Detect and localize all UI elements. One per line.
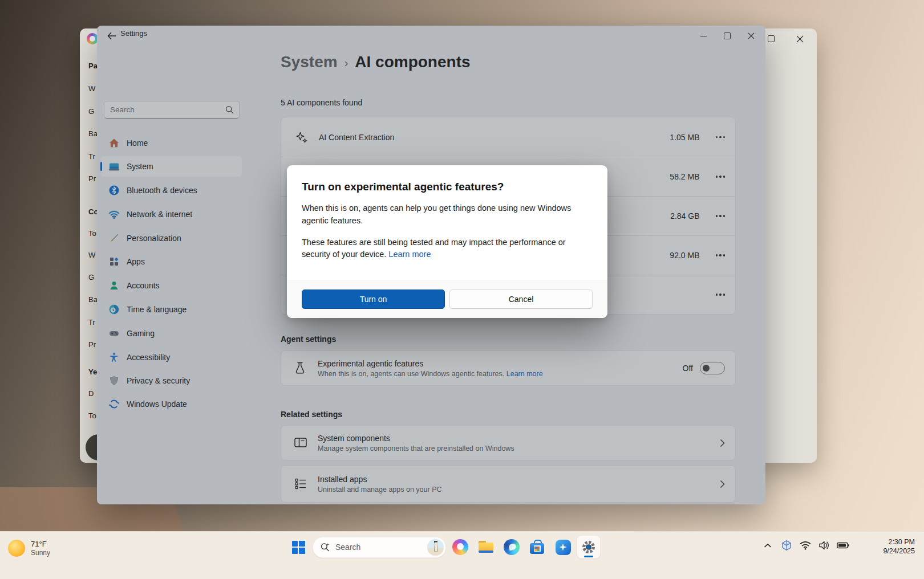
- search-daily-image: [427, 539, 444, 556]
- tray-battery-icon[interactable]: [836, 539, 850, 552]
- copilot-icon: [452, 539, 468, 555]
- taskbar-clock[interactable]: 2:30 PM 9/24/2025: [883, 537, 915, 556]
- desktop: Pa W G Ba Tr Pr Co To W G Ba Tr Pr Ye D …: [0, 0, 924, 579]
- file-explorer-icon: [478, 540, 494, 554]
- weather-temp: 71°F: [31, 540, 50, 548]
- learn-more-link[interactable]: Learn more: [388, 250, 431, 259]
- dialog-body-text: When this is on, agents can help you get…: [302, 202, 581, 227]
- dialog-footer: Turn on Cancel: [287, 280, 607, 318]
- clock-time: 2:30 PM: [883, 537, 915, 547]
- taskbar-item-settings[interactable]: [577, 536, 600, 558]
- taskbar-center: Search: [287, 536, 600, 558]
- sun-icon: [8, 540, 25, 557]
- start-button[interactable]: [287, 536, 310, 558]
- taskbar: 71°F Sunny Search: [0, 531, 924, 579]
- weather-condition: Sunny: [31, 549, 50, 557]
- taskbar-search-placeholder: Search: [335, 543, 427, 552]
- dialog-body-text: These features are still being tested an…: [302, 238, 566, 259]
- tray-volume-icon[interactable]: [817, 539, 831, 552]
- cancel-button[interactable]: Cancel: [449, 290, 593, 309]
- settings-gear-icon: [581, 539, 597, 555]
- tray-chevron-up-icon[interactable]: [761, 539, 775, 552]
- edge-icon: [504, 539, 520, 555]
- taskbar-item-file-explorer[interactable]: [475, 536, 497, 558]
- agentic-features-dialog: Turn on experimental agentic features? W…: [287, 165, 607, 318]
- taskbar-item-edge[interactable]: [500, 536, 523, 558]
- clock-date: 9/24/2025: [883, 547, 915, 556]
- weather-widget[interactable]: 71°F Sunny: [8, 540, 50, 557]
- turn-on-button[interactable]: Turn on: [302, 290, 445, 309]
- taskbar-item-m365-copilot[interactable]: [552, 536, 574, 558]
- settings-window: Settings Home System Bl: [97, 26, 765, 504]
- search-sparkle-icon: [320, 542, 330, 552]
- taskbar-item-copilot[interactable]: [449, 536, 472, 558]
- m365-copilot-icon: [556, 540, 571, 555]
- tray-3d-cube-icon[interactable]: [780, 539, 793, 552]
- windows-logo-icon: [292, 541, 305, 554]
- dialog-title: Turn on experimental agentic features?: [302, 181, 593, 193]
- taskbar-item-store[interactable]: [526, 536, 549, 558]
- system-tray: [761, 539, 850, 552]
- microsoft-store-icon: [530, 540, 545, 554]
- tray-wifi-icon[interactable]: [799, 539, 812, 552]
- taskbar-search[interactable]: Search: [313, 537, 446, 558]
